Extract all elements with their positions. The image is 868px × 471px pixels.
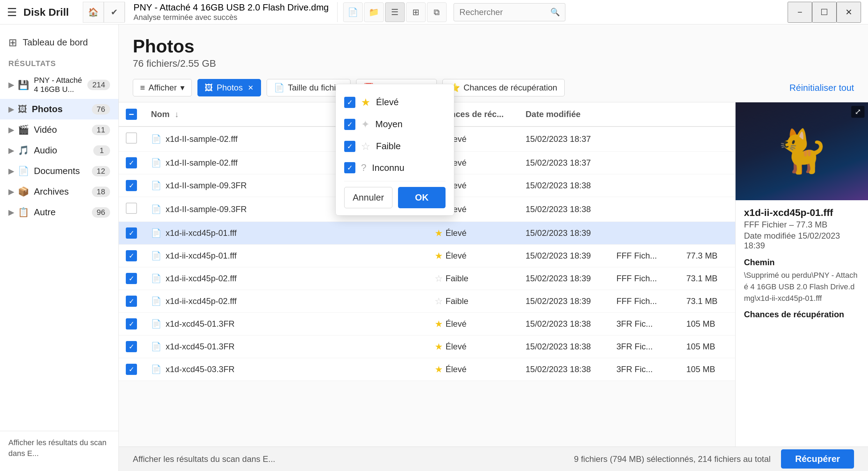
table-row[interactable]: ✓ 📄 x1d-xcd45-03.3FR ★ Élevé 15/02/2023 … <box>119 358 735 381</box>
sidebar-item-autre[interactable]: ▶ 📋 Autre 96 <box>0 202 118 223</box>
filter-bar: ≡ Afficher ▾ 🖼 Photos ✕ 📄 Taille du fich… <box>119 75 868 102</box>
sidebar-item-audio[interactable]: ▶ 🎵 Audio 1 <box>0 140 118 161</box>
menu-icon[interactable]: ☰ <box>7 6 17 19</box>
dropdown-checkbox-moyen[interactable]: ✓ <box>344 119 355 130</box>
row-type-cell <box>609 152 679 174</box>
expand-icon-archives: ▶ <box>8 187 14 196</box>
afficher-filter-button[interactable]: ≡ Afficher ▾ <box>133 79 192 96</box>
row-checkbox[interactable]: ✓ <box>126 250 137 261</box>
expand-icon-video: ▶ <box>8 125 14 135</box>
row-checkbox[interactable]: ✓ <box>126 227 137 239</box>
row-size-cell: 105 MB <box>679 335 735 358</box>
row-checkbox[interactable]: ✓ <box>126 180 137 191</box>
view-list-button[interactable]: ☰ <box>385 2 405 22</box>
maximize-button[interactable]: ☐ <box>812 2 837 23</box>
sidebar-label-drive: PNY - Attaché 4 16GB U... <box>34 76 87 94</box>
row-checkbox[interactable] <box>126 203 137 214</box>
dropdown-label-faible: Faible <box>376 141 401 152</box>
star-full-eleve: ★ <box>361 96 370 108</box>
dropdown-item-faible[interactable]: ✓ ☆ Faible <box>344 135 446 157</box>
file-name: PNY - Attaché 4 16GB USB 2.0 Flash Drive… <box>133 2 329 13</box>
close-button[interactable]: ✕ <box>837 2 861 23</box>
table-row[interactable]: ✓ 📄 x1d-xcd45-01.3FR ★ Élevé 15/02/2023 … <box>119 335 735 358</box>
row-size-cell: 77.3 MB <box>679 245 735 267</box>
row-filename: x1d-xcd45-01.3FR <box>166 319 234 329</box>
dashboard-item[interactable]: ⊞ Tableau de bord <box>0 31 118 53</box>
sidebar-item-drive[interactable]: ▶ 💾 PNY - Attaché 4 16GB U... 214 <box>0 71 118 99</box>
table-row[interactable]: ✓ 📄 x1d-xcd45-01.3FR ★ Élevé 15/02/2023 … <box>119 313 735 335</box>
dropdown-checkbox-inconnu[interactable]: ✓ <box>344 162 355 173</box>
afficher-chevron: ▾ <box>180 83 185 93</box>
file-icon: 📄 <box>151 296 161 306</box>
view-document-button[interactable]: 📄 <box>343 2 363 22</box>
preview-info: x1d-ii-xcd45p-01.fff FFF Fichier – 77.3 … <box>736 200 868 326</box>
row-checkbox-cell <box>119 197 144 222</box>
table-row[interactable]: ✓ 📄 x1d-ii-xcd45p-01.fff ★ Élevé 15/02/2… <box>119 245 735 267</box>
table-row[interactable]: ✓ 📄 x1d-ii-xcd45p-02.fff ☆ Faible 15/02/… <box>119 290 735 313</box>
row-checkbox-cell: ✓ <box>119 335 144 358</box>
search-input[interactable] <box>460 7 550 17</box>
row-checkbox[interactable]: ✓ <box>126 273 137 284</box>
main-area: Photos 76 fichiers/2.55 GB ≡ Afficher ▾ … <box>119 24 868 471</box>
archives-icon: 📦 <box>18 186 29 197</box>
row-size-cell: 73.1 MB <box>679 290 735 313</box>
table-row[interactable]: ✓ 📄 x1d-ii-xcd45p-02.fff ☆ Faible 15/02/… <box>119 267 735 290</box>
row-date-cell: 15/02/2023 18:38 <box>519 174 609 197</box>
dropdown-item-eleve[interactable]: ✓ ★ Élevé <box>344 91 446 113</box>
sidebar-item-video[interactable]: ▶ 🎬 Vidéo 11 <box>0 119 118 140</box>
drive-icon: 💾 <box>18 80 29 90</box>
sidebar-count-documents: 12 <box>92 166 110 176</box>
dropdown-checkbox-eleve[interactable]: ✓ <box>344 97 355 108</box>
row-chances-cell: ★ Élevé <box>428 222 519 245</box>
view-grid-button[interactable]: ⊞ <box>406 2 426 22</box>
photos-filter-button[interactable]: 🖼 Photos ✕ <box>197 79 261 96</box>
recover-button[interactable]: Récupérer <box>781 449 854 469</box>
dropdown-label-eleve: Élevé <box>376 97 399 108</box>
row-chances-text: Élevé <box>446 228 466 238</box>
file-icon: 📄 <box>151 204 161 214</box>
row-checkbox[interactable]: ✓ <box>126 318 137 329</box>
dropdown-item-inconnu[interactable]: ✓ ? Inconnu <box>344 157 446 178</box>
statusbar: Afficher les résultats du scan dans E...… <box>119 447 868 471</box>
reset-filter-button[interactable]: Réinitialiser tout <box>789 82 854 93</box>
dropdown-divider <box>344 181 446 181</box>
preview-image-container: 🐈 ⤢ <box>736 102 868 200</box>
row-chances-cell: ☆ Faible <box>428 290 519 313</box>
statusbar-scan-link[interactable]: Afficher les résultats du scan dans E... <box>133 454 275 464</box>
photos-filter-close[interactable]: ✕ <box>248 84 254 92</box>
row-checkbox[interactable]: ✓ <box>126 157 137 168</box>
page-title: Photos <box>133 36 854 57</box>
select-all-checkbox[interactable]: − <box>126 109 137 120</box>
star-empty-icon: ☆ <box>435 273 443 284</box>
dropdown-item-moyen[interactable]: ✓ ✦ Moyen <box>344 113 446 135</box>
view-split-button[interactable]: ⧉ <box>427 2 447 22</box>
minimize-button[interactable]: − <box>788 2 812 23</box>
row-checkbox[interactable]: ✓ <box>126 364 137 375</box>
dropdown-checkbox-faible[interactable]: ✓ <box>344 141 355 152</box>
home-button[interactable]: 🏠 <box>83 2 104 23</box>
chances-filter-button[interactable]: ⭐ Chances de récupération <box>442 79 565 96</box>
preview-expand-button[interactable]: ⤢ <box>851 106 865 118</box>
sidebar-label-audio: Audio <box>34 145 93 156</box>
row-filename: x1d-II-sample-02.fff <box>166 158 238 168</box>
table-row[interactable]: ✓ 📄 x1d-ii-xcd45p-01.fff ★ Élevé 15/02/2… <box>119 222 735 245</box>
video-icon: 🎬 <box>18 124 29 135</box>
dropdown-cancel-button[interactable]: Annuler <box>344 187 392 208</box>
row-date-cell: 15/02/2023 18:38 <box>519 358 609 381</box>
row-date-cell: 15/02/2023 18:39 <box>519 245 609 267</box>
row-checkbox[interactable]: ✓ <box>126 296 137 307</box>
status-button[interactable]: ✔ <box>104 2 125 23</box>
sidebar-item-photos[interactable]: ▶ 🖼 Photos 76 <box>0 99 118 119</box>
sidebar-item-documents[interactable]: ▶ 📄 Documents 12 <box>0 161 118 181</box>
preview-path-value: \Supprimé ou perdu\PNY - Attaché 4 16GB … <box>744 269 860 304</box>
col-header-date[interactable]: Date modifiée <box>519 102 609 126</box>
sidebar-item-archives[interactable]: ▶ 📦 Archives 18 <box>0 181 118 202</box>
row-checkbox[interactable]: ✓ <box>126 341 137 352</box>
sidebar-bottom-text[interactable]: Afficher les résultats du scan dans E... <box>8 438 107 458</box>
view-folder-button[interactable]: 📁 <box>364 2 384 22</box>
row-checkbox[interactable] <box>126 132 137 144</box>
preview-date: Date modifiée 15/02/2023 18:39 <box>744 231 860 251</box>
main-header: Photos 76 fichiers/2.55 GB <box>119 24 868 75</box>
dropdown-ok-button[interactable]: OK <box>398 187 446 208</box>
row-type-cell: 3FR Fic... <box>609 358 679 381</box>
